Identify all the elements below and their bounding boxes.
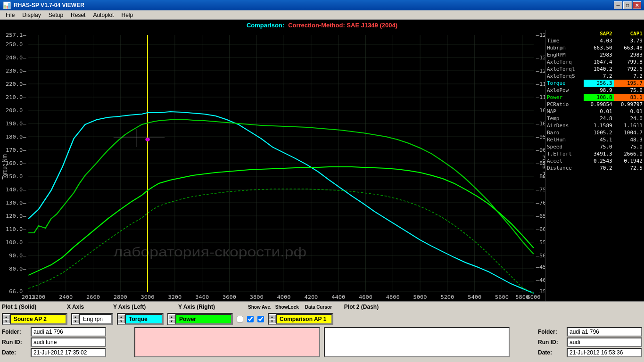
svg-text:3600: 3600 [223,295,236,300]
svg-text:4400: 4400 [331,295,345,300]
color-box-1 [134,327,320,357]
svg-text:–120.00: –120.00 [536,68,545,74]
svg-text:4800: 4800 [386,295,400,300]
left-date-value[interactable]: 21-Jul-2012 17:35:02 [31,348,106,357]
right-folder-value[interactable]: audi a1 796 [567,327,642,337]
data-header-row: SAP2 CAP1 [545,30,644,37]
data-row-speed: Speed 75.0 75.0 [545,143,644,150]
svg-text:120.0–: 120.0– [6,214,26,219]
svg-text:180.0–: 180.0– [6,134,26,140]
chart-area[interactable]: 257.1– 250.0– 240.0– 230.0– 220.0– 210.0… [0,30,545,301]
svg-text:6000: 6000 [527,295,540,300]
left-runid-value[interactable]: audi tune [31,337,106,347]
left-runid-label: Run ID: [2,339,28,346]
plot1-source-down[interactable]: ▼ [3,319,9,323]
svg-text:3800: 3800 [250,295,264,300]
menu-file[interactable]: File [2,11,18,19]
close-button[interactable]: ✕ [633,1,641,9]
plot2-source-down[interactable]: ▼ [269,319,275,323]
comparison-label: Comparison: [247,22,284,29]
yaxis-right-arrows[interactable]: ▲ ▼ [168,315,175,323]
showlock-checkbox-group [247,316,254,322]
menu-autoplot[interactable]: Autoplot [89,11,117,19]
yaxis-left-down[interactable]: ▼ [118,319,124,323]
right-folder-label: Folder: [538,329,564,335]
color-box-2 [324,327,510,357]
svg-text:–75.00: –75.00 [536,187,545,193]
yaxis-left-arrows[interactable]: ▲ ▼ [118,315,125,323]
svg-text:2200: 2200 [32,295,45,300]
data-row-teffort: T.Effort 3491.3 2666.0 [545,150,644,157]
svg-text:210.0–: 210.0– [6,95,26,100]
yaxis-left-value: Torque [125,314,163,324]
svg-text:3200: 3200 [168,295,182,300]
data-row-torque: Torque 256.3 195.7 [545,80,644,87]
data-row-distance: Distance 70.2 72.5 [545,165,644,172]
yaxis-right-spinner[interactable]: ▲ ▼ Power [167,313,233,325]
svg-text:257.1–: 257.1– [6,33,26,38]
svg-text:4600: 4600 [359,295,372,300]
showlock-checkbox[interactable] [247,316,254,322]
svg-text:–65.00: –65.00 [536,214,545,219]
plot1-label: Plot 1 (Solid) [2,304,58,310]
left-folder-value[interactable]: audi a1 796 [31,327,106,337]
yaxis-left-up[interactable]: ▲ [118,315,124,319]
svg-text:–129.73: –129.73 [536,33,545,38]
cursor-point [145,138,150,141]
showlock-label: ShowLock [275,304,301,310]
yaxis-right-label: Y Axis (Right) [178,304,239,310]
right-date-line: Date: 21-Jul-2012 16:53:36 [538,348,642,357]
xaxis-label: X Axis [67,304,105,310]
svg-text:2400: 2400 [59,295,73,300]
svg-text:5400: 5400 [468,295,481,300]
minimize-button[interactable]: ─ [614,1,622,9]
plot2-source-spinner[interactable]: ▲ ▼ Comparison AP 1 [268,313,333,325]
correction-method: Correction-Method: SAE J1349 (2004) [288,22,397,29]
plot1-source-up[interactable]: ▲ [3,315,9,319]
svg-text:240.0–: 240.0– [6,55,26,61]
chart-svg: 257.1– 250.0– 240.0– 230.0– 220.0– 210.0… [0,30,545,301]
right-folder-line: Folder: audi a1 796 [538,327,642,337]
title-text: RHAS-SP V1.7-04 VIEWER [14,2,84,8]
app-icon: 📊 [3,1,11,9]
plot2-source-up[interactable]: ▲ [269,315,275,319]
svg-text:110.0–: 110.0– [6,227,26,232]
data-row-airdens: AirDens 1.1589 1.1611 [545,122,644,129]
svg-text:5600: 5600 [495,295,509,300]
right-date-value[interactable]: 21-Jul-2012 16:53:36 [567,348,642,357]
sap2-header: SAP2 [584,30,614,37]
plot2-source-arrows[interactable]: ▲ ▼ [269,315,276,323]
svg-text:5000: 5000 [413,295,427,300]
controls-inputs-row: ▲ ▼ Source AP 2 ▲ ▼ Eng rpn ▲ ▼ Torque ▲ [2,313,642,325]
right-runid-line: Run ID: audi [538,337,642,347]
maximize-button[interactable]: □ [623,1,632,9]
xaxis-arrows[interactable]: ▲ ▼ [72,315,79,323]
xaxis-spinner[interactable]: ▲ ▼ Eng rpn [71,313,113,325]
show-ave-checkbox[interactable] [237,316,243,322]
yaxis-right-down[interactable]: ▼ [168,319,175,323]
data-row-time: Time 4.03 3.79 [545,37,644,44]
menu-reset[interactable]: Reset [67,11,89,19]
menu-display[interactable]: Display [18,11,44,19]
data-row-pcratio: PCRatio 0.99854 0.99797 [545,101,644,108]
svg-text:250.0–: 250.0– [6,42,26,48]
yaxis-right-up[interactable]: ▲ [168,315,175,319]
data-row-relhum: RelHum 45.1 48.3 [545,136,644,143]
menu-setup[interactable]: Setup [45,11,67,19]
cap1-header: CAP1 [614,30,644,37]
left-date-label: Date: [2,349,28,356]
xaxis-down[interactable]: ▼ [72,319,79,323]
data-row-axletorqs: AxleTorqS 7.2 7.2 [545,73,644,80]
svg-text:100.0–: 100.0– [6,240,26,246]
right-runid-value[interactable]: audi [567,337,642,347]
plot1-source-arrows[interactable]: ▲ ▼ [3,315,10,323]
svg-text:–70.00: –70.00 [536,200,545,206]
data-row-power: Power 108.8 83.1 [545,94,644,101]
data-cursor-checkbox[interactable] [257,316,264,322]
plot1-source-spinner[interactable]: ▲ ▼ Source AP 2 [2,313,67,325]
data-row-axletorql: AxleTorql 1040.2 792.6 [545,66,644,73]
yaxis-left-spinner[interactable]: ▲ ▼ Torque [117,313,164,325]
menu-help[interactable]: Help [117,11,137,19]
xaxis-up[interactable]: ▲ [72,315,79,319]
svg-text:–100.00: –100.00 [536,121,545,127]
